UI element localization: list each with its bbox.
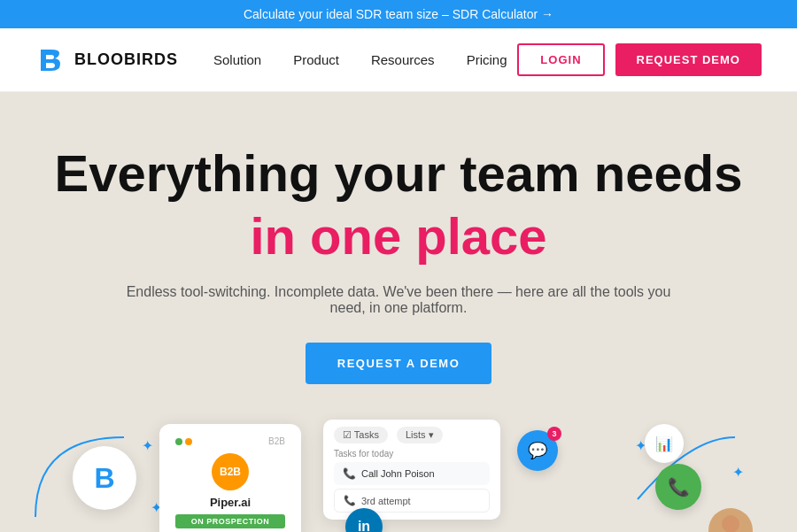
login-button[interactable]: LOGIN: [517, 43, 604, 76]
prospect-badge: ON PROSPECTION: [175, 514, 285, 528]
call-row: 📞 Call John Poison: [334, 462, 490, 485]
card-dots: [175, 438, 192, 445]
attempt-label: 3rd attempt: [361, 496, 411, 506]
chat-icon: 💬: [528, 441, 547, 460]
card-label: B2B: [268, 436, 285, 446]
header: BLOOBIRDS Solution Product Resources Pri…: [0, 28, 797, 92]
tasks-tab: ☑ Tasks: [334, 427, 388, 443]
linkedin-icon: in: [358, 519, 370, 532]
banner-text: Calculate your ideal SDR team size – SDR…: [244, 7, 553, 21]
nav-resources[interactable]: Resources: [371, 52, 435, 67]
header-actions: LOGIN REQUEST DEMO: [517, 43, 762, 76]
logo-circle: B: [73, 446, 136, 510]
nav-product[interactable]: Product: [293, 52, 339, 67]
hero-subtitle: Endless tool-switching. Incomplete data.…: [115, 284, 682, 316]
logo[interactable]: BLOOBIRDS: [35, 44, 178, 76]
notification-bubble[interactable]: 💬 3: [517, 430, 558, 471]
svg-point-1: [722, 515, 739, 532]
piper-name: Piper.ai: [175, 496, 285, 509]
tasks-header: ☑ Tasks Lists ▾: [334, 427, 490, 443]
hero-cta-button[interactable]: REQUEST A DEMO: [306, 343, 492, 384]
tasks-date: Tasks for today: [334, 449, 490, 459]
top-banner[interactable]: Calculate your ideal SDR team size – SDR…: [0, 0, 797, 28]
phone-icon-2: 📞: [344, 495, 356, 506]
chart-icon: 📊: [655, 436, 673, 452]
request-demo-button[interactable]: REQUEST DEMO: [615, 43, 762, 76]
tasks-card: ☑ Tasks Lists ▾ Tasks for today 📞 Call J…: [323, 420, 500, 520]
nav-pricing[interactable]: Pricing: [467, 52, 507, 67]
dot-amber: [185, 438, 192, 445]
call-icon: 📞: [343, 467, 356, 480]
notification-badge: 3: [547, 427, 561, 441]
hero-title-line1: Everything your team needs: [35, 145, 762, 202]
hero-title-line2: in one place: [35, 205, 762, 267]
logo-text: BLOOBIRDS: [74, 50, 178, 69]
dot-green: [175, 438, 182, 445]
lists-tab: Lists ▾: [397, 427, 443, 443]
card-header: B2B: [175, 436, 285, 446]
piper-card: B2B B2B Piper.ai ON PROSPECTION: [159, 424, 301, 532]
nav-solution[interactable]: Solution: [213, 52, 261, 67]
phone-icon: 📞: [668, 476, 690, 497]
sparkle-icon-1: ✦: [142, 437, 153, 454]
sparkle-icon-4: ✦: [732, 464, 744, 481]
piper-avatar: B2B: [212, 453, 249, 490]
call-name: Call John Poison: [361, 468, 435, 479]
main-nav: Solution Product Resources Pricing: [213, 52, 517, 67]
preview-section: B ✦ ✦ ✦ ✦ B2B B2B Piper.ai ON PROSPECTIO…: [0, 411, 797, 532]
logo-icon: [35, 44, 67, 76]
phone-bubble[interactable]: 📞: [655, 464, 701, 510]
hero-section: Everything your team needs in one place …: [0, 92, 797, 411]
